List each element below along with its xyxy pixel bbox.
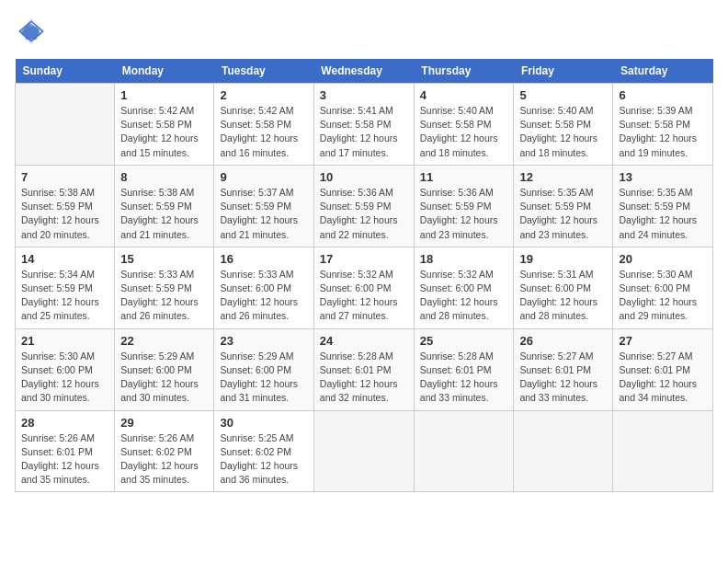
day-cell: 2Sunrise: 5:42 AMSunset: 5:58 PMDaylight… xyxy=(214,84,313,166)
day-info: Sunrise: 5:33 AMSunset: 5:59 PMDaylight:… xyxy=(120,268,208,324)
header-cell-thursday: Thursday xyxy=(414,59,514,84)
day-number: 6 xyxy=(619,88,707,102)
day-number: 19 xyxy=(519,252,607,266)
day-cell: 13Sunrise: 5:35 AMSunset: 5:59 PMDayligh… xyxy=(613,165,713,247)
day-cell: 6Sunrise: 5:39 AMSunset: 5:58 PMDaylight… xyxy=(613,84,713,166)
day-number: 4 xyxy=(420,88,508,102)
day-cell: 27Sunrise: 5:27 AMSunset: 6:01 PMDayligh… xyxy=(613,328,713,410)
day-number: 30 xyxy=(220,416,307,430)
day-number: 15 xyxy=(120,252,208,266)
day-cell: 1Sunrise: 5:42 AMSunset: 5:58 PMDaylight… xyxy=(115,84,214,166)
day-info: Sunrise: 5:39 AMSunset: 5:58 PMDaylight:… xyxy=(619,104,707,160)
day-cell xyxy=(414,410,514,492)
day-info: Sunrise: 5:25 AMSunset: 6:02 PMDaylight:… xyxy=(220,431,307,488)
day-cell: 22Sunrise: 5:29 AMSunset: 6:00 PMDayligh… xyxy=(115,328,214,410)
day-cell: 4Sunrise: 5:40 AMSunset: 5:58 PMDaylight… xyxy=(414,84,514,166)
day-info: Sunrise: 5:40 AMSunset: 5:58 PMDaylight:… xyxy=(519,104,607,160)
day-info: Sunrise: 5:33 AMSunset: 6:00 PMDaylight:… xyxy=(220,268,307,324)
day-cell: 14Sunrise: 5:34 AMSunset: 5:59 PMDayligh… xyxy=(16,247,115,328)
day-cell: 11Sunrise: 5:36 AMSunset: 5:59 PMDayligh… xyxy=(414,165,514,247)
logo xyxy=(15,15,53,48)
day-info: Sunrise: 5:28 AMSunset: 6:01 PMDaylight:… xyxy=(420,350,508,406)
day-cell: 21Sunrise: 5:30 AMSunset: 6:00 PMDayligh… xyxy=(16,328,115,410)
day-info: Sunrise: 5:34 AMSunset: 5:59 PMDaylight:… xyxy=(21,268,108,324)
day-info: Sunrise: 5:32 AMSunset: 6:00 PMDaylight:… xyxy=(320,268,408,324)
day-number: 28 xyxy=(21,416,108,430)
day-number: 26 xyxy=(519,334,607,348)
day-cell xyxy=(514,410,613,492)
day-cell: 23Sunrise: 5:29 AMSunset: 6:00 PMDayligh… xyxy=(214,328,313,410)
day-info: Sunrise: 5:30 AMSunset: 6:00 PMDaylight:… xyxy=(619,268,707,324)
day-number: 7 xyxy=(21,170,108,184)
day-number: 10 xyxy=(320,170,408,184)
header-cell-sunday: Sunday xyxy=(16,59,115,84)
day-number: 29 xyxy=(120,416,208,430)
day-info: Sunrise: 5:38 AMSunset: 5:59 PMDaylight:… xyxy=(21,186,108,242)
day-cell: 24Sunrise: 5:28 AMSunset: 6:01 PMDayligh… xyxy=(313,328,414,410)
day-info: Sunrise: 5:37 AMSunset: 5:59 PMDaylight:… xyxy=(220,186,307,242)
day-cell: 26Sunrise: 5:27 AMSunset: 6:01 PMDayligh… xyxy=(514,328,613,410)
day-info: Sunrise: 5:29 AMSunset: 6:00 PMDaylight:… xyxy=(220,350,307,406)
day-number: 20 xyxy=(619,252,707,266)
day-info: Sunrise: 5:42 AMSunset: 5:58 PMDaylight:… xyxy=(220,104,307,160)
day-info: Sunrise: 5:35 AMSunset: 5:59 PMDaylight:… xyxy=(619,186,707,242)
day-number: 22 xyxy=(120,334,208,348)
day-info: Sunrise: 5:29 AMSunset: 6:00 PMDaylight:… xyxy=(120,350,208,406)
calendar-body: 1Sunrise: 5:42 AMSunset: 5:58 PMDaylight… xyxy=(16,84,713,492)
day-cell: 30Sunrise: 5:25 AMSunset: 6:02 PMDayligh… xyxy=(214,410,313,492)
day-number: 9 xyxy=(220,170,307,184)
day-info: Sunrise: 5:26 AMSunset: 6:02 PMDaylight:… xyxy=(120,431,208,488)
day-info: Sunrise: 5:40 AMSunset: 5:58 PMDaylight:… xyxy=(420,104,508,160)
day-number: 2 xyxy=(220,88,307,102)
day-info: Sunrise: 5:30 AMSunset: 6:00 PMDaylight:… xyxy=(21,350,108,406)
day-cell: 29Sunrise: 5:26 AMSunset: 6:02 PMDayligh… xyxy=(115,410,214,492)
day-number: 18 xyxy=(420,252,508,266)
day-cell: 9Sunrise: 5:37 AMSunset: 5:59 PMDaylight… xyxy=(214,165,313,247)
day-cell: 16Sunrise: 5:33 AMSunset: 6:00 PMDayligh… xyxy=(214,247,313,328)
day-cell: 5Sunrise: 5:40 AMSunset: 5:58 PMDaylight… xyxy=(514,84,613,166)
day-info: Sunrise: 5:28 AMSunset: 6:01 PMDaylight:… xyxy=(320,350,408,406)
day-cell: 15Sunrise: 5:33 AMSunset: 5:59 PMDayligh… xyxy=(115,247,214,328)
day-cell xyxy=(313,410,414,492)
day-number: 8 xyxy=(120,170,208,184)
day-number: 5 xyxy=(519,88,607,102)
header-cell-tuesday: Tuesday xyxy=(214,59,313,84)
day-info: Sunrise: 5:36 AMSunset: 5:59 PMDaylight:… xyxy=(320,186,408,242)
week-row-4: 21Sunrise: 5:30 AMSunset: 6:00 PMDayligh… xyxy=(16,328,713,410)
day-cell: 20Sunrise: 5:30 AMSunset: 6:00 PMDayligh… xyxy=(613,247,713,328)
day-number: 21 xyxy=(21,334,108,348)
day-info: Sunrise: 5:36 AMSunset: 5:59 PMDaylight:… xyxy=(420,186,508,242)
day-cell: 10Sunrise: 5:36 AMSunset: 5:59 PMDayligh… xyxy=(313,165,414,247)
day-cell: 3Sunrise: 5:41 AMSunset: 5:58 PMDaylight… xyxy=(313,84,414,166)
day-number: 12 xyxy=(519,170,607,184)
day-cell: 28Sunrise: 5:26 AMSunset: 6:01 PMDayligh… xyxy=(16,410,115,492)
week-row-5: 28Sunrise: 5:26 AMSunset: 6:01 PMDayligh… xyxy=(16,410,713,492)
day-number: 14 xyxy=(21,252,108,266)
day-number: 13 xyxy=(619,170,707,184)
day-number: 3 xyxy=(320,88,408,102)
day-info: Sunrise: 5:27 AMSunset: 6:01 PMDaylight:… xyxy=(519,350,607,406)
day-info: Sunrise: 5:31 AMSunset: 6:00 PMDaylight:… xyxy=(519,268,607,324)
day-cell: 18Sunrise: 5:32 AMSunset: 6:00 PMDayligh… xyxy=(414,247,514,328)
day-info: Sunrise: 5:27 AMSunset: 6:01 PMDaylight:… xyxy=(619,350,707,406)
day-cell xyxy=(613,410,713,492)
page-header xyxy=(15,15,713,48)
day-info: Sunrise: 5:26 AMSunset: 6:01 PMDaylight:… xyxy=(21,431,108,488)
calendar-header: SundayMondayTuesdayWednesdayThursdayFrid… xyxy=(16,59,713,84)
day-cell: 17Sunrise: 5:32 AMSunset: 6:00 PMDayligh… xyxy=(313,247,414,328)
day-cell: 12Sunrise: 5:35 AMSunset: 5:59 PMDayligh… xyxy=(514,165,613,247)
day-cell: 7Sunrise: 5:38 AMSunset: 5:59 PMDaylight… xyxy=(16,165,115,247)
day-info: Sunrise: 5:41 AMSunset: 5:58 PMDaylight:… xyxy=(320,104,408,160)
day-info: Sunrise: 5:35 AMSunset: 5:59 PMDaylight:… xyxy=(519,186,607,242)
day-number: 1 xyxy=(120,88,208,102)
day-cell: 19Sunrise: 5:31 AMSunset: 6:00 PMDayligh… xyxy=(514,247,613,328)
day-number: 23 xyxy=(220,334,307,348)
header-cell-friday: Friday xyxy=(514,59,613,84)
day-number: 11 xyxy=(420,170,508,184)
calendar-table: SundayMondayTuesdayWednesdayThursdayFrid… xyxy=(15,59,713,492)
day-cell: 25Sunrise: 5:28 AMSunset: 6:01 PMDayligh… xyxy=(414,328,514,410)
day-number: 24 xyxy=(320,334,408,348)
day-info: Sunrise: 5:38 AMSunset: 5:59 PMDaylight:… xyxy=(120,186,208,242)
logo-icon xyxy=(15,15,48,48)
week-row-3: 14Sunrise: 5:34 AMSunset: 5:59 PMDayligh… xyxy=(16,247,713,328)
